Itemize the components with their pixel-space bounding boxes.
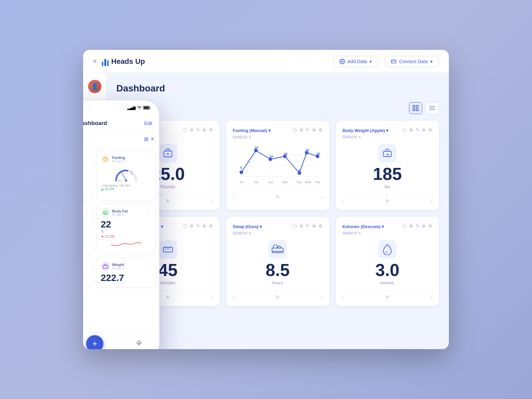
svg-rect-52 bbox=[272, 248, 283, 253]
svg-line-60 bbox=[122, 173, 126, 181]
table-icon[interactable]: ⊞ bbox=[409, 127, 413, 133]
logo-bar-3 bbox=[107, 60, 109, 66]
settings-icon[interactable]: ⚙ bbox=[319, 223, 323, 229]
next-icon[interactable]: › bbox=[321, 195, 323, 200]
next-icon[interactable]: › bbox=[431, 295, 432, 300]
svg-text:20: 20 bbox=[255, 146, 258, 149]
edit-icon[interactable]: ✎ bbox=[416, 127, 419, 133]
weight-more-icon[interactable]: ⋮ bbox=[147, 262, 151, 267]
ketones-more-icon[interactable]: ⋮ bbox=[84, 262, 89, 267]
sidebar-avatar[interactable]: 👤 bbox=[88, 80, 101, 93]
svg-point-22 bbox=[239, 171, 243, 174]
fasting-card-date: 02/05/19 ↻ bbox=[233, 135, 323, 139]
ketones-value: 3.0 bbox=[342, 261, 432, 279]
svg-text:Mon: Mon bbox=[282, 181, 288, 184]
add-icon[interactable]: ⊕ bbox=[312, 127, 316, 133]
steps-more-icon[interactable]: ⋮ bbox=[84, 155, 89, 160]
connect-data-button[interactable]: Connect Data ▾ bbox=[385, 56, 439, 67]
table-icon[interactable]: ⊞ bbox=[300, 223, 303, 229]
prev-icon[interactable]: ‹ bbox=[342, 199, 344, 203]
fasting-phone-ago: 9h ago ↻ bbox=[112, 160, 125, 163]
add-icon[interactable]: ⊕ bbox=[422, 223, 426, 229]
svg-point-61 bbox=[125, 180, 127, 182]
body-weight-card: Body Weight (Apple) ▾ ⓘ ⊞ ✎ ⊕ ⚙ 02/05/19… bbox=[336, 121, 439, 210]
phone-grid-icon[interactable]: ⊞ bbox=[144, 136, 148, 142]
refresh-footer-icon[interactable]: ↻ bbox=[276, 195, 280, 200]
next-icon[interactable]: › bbox=[321, 295, 323, 300]
next-icon[interactable]: › bbox=[211, 295, 213, 300]
info-icon[interactable]: ⓘ bbox=[293, 127, 297, 133]
bodyfat-more-icon[interactable]: ⋮ bbox=[147, 208, 151, 213]
phone-list-icon[interactable]: ≡ bbox=[151, 136, 154, 142]
svg-text:LB: LB bbox=[386, 153, 389, 156]
sleep-header: Sleep (Oura) ▾ ⓘ ⊞ ✎ ⊕ ⚙ bbox=[233, 223, 323, 229]
svg-rect-48 bbox=[169, 249, 170, 249]
steps-sparkline bbox=[83, 185, 89, 195]
phone-edit-button[interactable]: Edit bbox=[144, 121, 152, 126]
ketones-footer: ‹ ↻ › bbox=[342, 290, 432, 300]
phone-fasting-header: Fasting 9h ago ↻ ⋮ bbox=[101, 155, 151, 164]
exercise-icon bbox=[159, 240, 177, 259]
edit-icon[interactable]: ✎ bbox=[196, 223, 200, 229]
add-icon[interactable]: ⊕ bbox=[202, 223, 206, 229]
edit-icon[interactable]: ✎ bbox=[196, 127, 200, 133]
settings-icon[interactable]: ⚙ bbox=[428, 223, 432, 229]
ketones-icons: ⓘ ⊞ ✎ ⊕ ⚙ bbox=[402, 223, 432, 229]
next-icon[interactable]: › bbox=[431, 199, 432, 203]
sleep-value: 8.5 bbox=[233, 261, 323, 279]
weight-phone-icon bbox=[101, 262, 110, 271]
ketones-unit: mmol/L bbox=[342, 280, 432, 285]
add-icon[interactable]: ⊕ bbox=[202, 127, 206, 133]
prev-icon[interactable]: ‹ bbox=[233, 295, 234, 300]
ketones-icon bbox=[378, 240, 397, 259]
prev-icon[interactable]: ‹ bbox=[233, 195, 234, 200]
svg-rect-47 bbox=[167, 249, 168, 249]
refresh-footer-icon[interactable]: ↻ bbox=[166, 199, 170, 203]
list-view-button[interactable] bbox=[426, 102, 439, 114]
connect-icon bbox=[391, 59, 396, 64]
add-icon[interactable]: ⊕ bbox=[312, 223, 316, 229]
refresh-footer-icon[interactable]: ↻ bbox=[386, 199, 389, 203]
table-icon[interactable]: ⊞ bbox=[190, 127, 194, 133]
phone-insights-icon[interactable] bbox=[135, 340, 143, 348]
info-icon[interactable]: ⓘ bbox=[402, 127, 407, 133]
svg-text:Wed: Wed bbox=[305, 181, 311, 184]
settings-icon[interactable]: ⚙ bbox=[319, 127, 323, 133]
add-data-button[interactable]: Add Data ▾ bbox=[333, 56, 378, 67]
next-icon[interactable]: › bbox=[211, 199, 213, 203]
settings-icon[interactable]: ⚙ bbox=[209, 127, 213, 133]
refresh-footer-icon[interactable]: ↻ bbox=[166, 295, 170, 300]
phone-nav: ≡ Dashboard Edit bbox=[83, 115, 159, 132]
fasting-more-icon[interactable]: ⋮ bbox=[147, 155, 151, 160]
sleep-more-icon[interactable]: ⋮ bbox=[84, 208, 89, 213]
edit-icon[interactable]: ✎ bbox=[306, 223, 310, 229]
phone-overlay: 9:41 ▂▄▆ ≡ Dashboard Edit D W M Y ⊞ ≡ bbox=[83, 100, 160, 349]
phone-cards-grid: Steps 9h ago ↻ ⋮ 5000 of 10000 ▼ 12.3% bbox=[83, 147, 159, 291]
svg-rect-12 bbox=[416, 109, 418, 111]
edit-icon[interactable]: ✎ bbox=[416, 223, 419, 229]
refresh-footer-icon[interactable]: ↻ bbox=[276, 295, 280, 300]
table-icon[interactable]: ⊞ bbox=[409, 223, 413, 229]
info-icon[interactable]: ⓘ bbox=[183, 223, 187, 229]
add-data-label: Add Data bbox=[347, 59, 367, 64]
info-icon[interactable]: ⓘ bbox=[183, 127, 187, 133]
edit-icon[interactable]: ✎ bbox=[306, 127, 310, 133]
settings-icon[interactable]: ⚙ bbox=[428, 127, 432, 133]
fasting-gauge-svg: 15h || 0s bbox=[113, 166, 139, 182]
refresh-footer-icon[interactable]: ↻ bbox=[386, 295, 389, 300]
table-icon[interactable]: ⊞ bbox=[300, 127, 303, 133]
info-icon[interactable]: ⓘ bbox=[402, 223, 407, 229]
settings-icon[interactable]: ⚙ bbox=[209, 223, 213, 229]
phone-weight-card: Weight 5h ago ↻ ⋮ 222.7 bbox=[96, 257, 156, 288]
svg-rect-3 bbox=[391, 60, 396, 63]
table-icon[interactable]: ⊞ bbox=[190, 223, 194, 229]
add-icon[interactable]: ⊕ bbox=[422, 127, 426, 133]
grid-view-button[interactable] bbox=[409, 102, 422, 114]
info-icon[interactable]: ⓘ bbox=[293, 223, 297, 229]
body-weight-title: Body Weight (Apple) ▾ bbox=[342, 128, 388, 133]
prev-icon[interactable]: ‹ bbox=[342, 295, 344, 300]
hamburger-icon[interactable]: ≡ bbox=[93, 58, 97, 65]
phone-status-bar: 9:41 ▂▄▆ bbox=[83, 100, 159, 115]
phone-tab-year[interactable]: Y bbox=[83, 135, 86, 143]
phone-add-button[interactable]: + bbox=[86, 335, 103, 349]
